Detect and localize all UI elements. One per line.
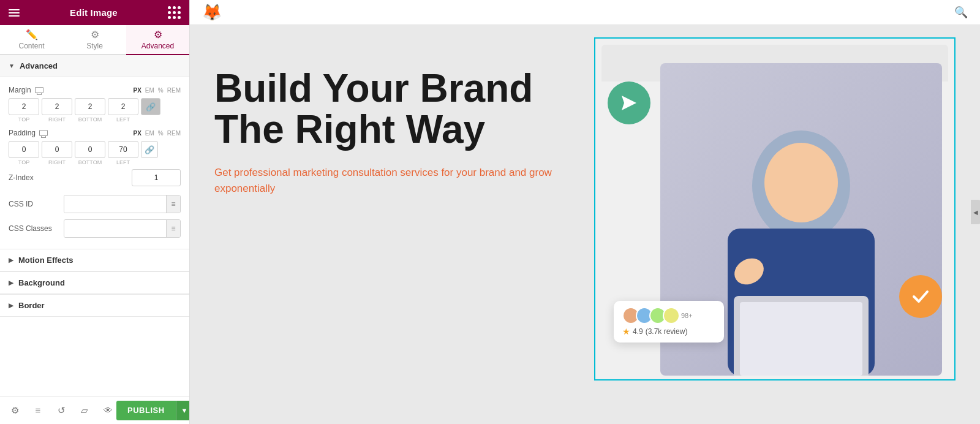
advanced-tab-icon: ⚙ — [154, 30, 162, 40]
padding-right-input[interactable] — [42, 141, 72, 158]
padding-link-button[interactable]: 🔗 — [141, 141, 158, 158]
margin-bottom-input[interactable] — [75, 98, 105, 115]
tab-bar: ✏️ Content ⚙ Style ⚙ Advanced — [0, 25, 189, 55]
padding-left-box: LEFT — [108, 141, 138, 165]
margin-bottom-label: BOTTOM — [78, 116, 102, 123]
tab-advanced-label: Advanced — [141, 42, 174, 50]
margin-link-button[interactable]: 🔗 — [141, 98, 160, 115]
motion-effects-header[interactable]: ▶ Motion Effects — [0, 249, 189, 271]
margin-unit-pct[interactable]: % — [158, 87, 164, 94]
review-count: 98+ — [681, 307, 693, 324]
hamburger-menu-icon[interactable] — [9, 9, 20, 17]
margin-left-box: LEFT — [108, 98, 138, 123]
margin-left-input[interactable] — [108, 98, 138, 115]
padding-label: Padding — [9, 129, 48, 137]
margin-top-label: TOP — [18, 116, 29, 123]
padding-unit-em[interactable]: EM — [145, 130, 154, 137]
check-icon — [910, 286, 932, 308]
margin-monitor-icon — [35, 87, 43, 93]
margin-bottom-box: BOTTOM — [75, 98, 105, 123]
advanced-section-header[interactable]: ▼ Advanced — [0, 55, 189, 77]
margin-label: Margin — [9, 86, 43, 94]
panel-body: ▼ Advanced Margin PX EM % REM — [0, 55, 189, 396]
padding-right-label: RIGHT — [48, 159, 66, 165]
border-section: ▶ Border — [0, 294, 189, 317]
border-header[interactable]: ▶ Border — [0, 295, 189, 317]
padding-bottom-box: BOTTOM — [75, 141, 105, 165]
settings-icon[interactable]: ⚙ — [6, 402, 23, 419]
review-avatars: 98+ — [622, 307, 715, 324]
tab-content[interactable]: ✏️ Content — [0, 25, 63, 55]
padding-unit-selector: PX EM % REM — [134, 130, 181, 137]
z-index-input[interactable] — [132, 169, 181, 186]
margin-right-input[interactable] — [42, 98, 72, 115]
padding-inputs: TOP RIGHT BOTTOM LEFT 🔗 — [9, 141, 181, 165]
padding-unit-pct[interactable]: % — [158, 130, 164, 137]
padding-left-input[interactable] — [108, 141, 138, 158]
margin-unit-rem[interactable]: REM — [167, 87, 181, 94]
padding-bottom-label: BOTTOM — [78, 159, 102, 165]
hero-title: Build Your Brand The Right Way — [214, 68, 570, 150]
advanced-section-content: Margin PX EM % REM TOP RIGHT — [0, 77, 189, 249]
panel-bottombar: ⚙ ≡ ↺ ▱ 👁 PUBLISH ▼ — [0, 396, 189, 424]
padding-left-label: LEFT — [116, 159, 130, 165]
background-header[interactable]: ▶ Background — [0, 272, 189, 294]
z-index-label: Z-Index — [9, 173, 132, 182]
image-container[interactable]: 98+ ★ 4.9 (3.7k review) — [594, 37, 956, 380]
motion-effects-title: Motion Effects — [18, 256, 74, 265]
margin-top-input[interactable] — [9, 98, 39, 115]
css-classes-list-icon[interactable]: ≡ — [166, 220, 180, 237]
margin-top-box: TOP — [9, 98, 39, 123]
review-rating: ★ 4.9 (3.7k review) — [622, 327, 715, 336]
canvas-content: Build Your Brand The Right Way Get profe… — [190, 25, 980, 424]
green-arrow-circle — [608, 81, 650, 124]
background-section: ▶ Background — [0, 271, 189, 294]
css-id-list-icon[interactable]: ≡ — [166, 195, 180, 213]
padding-right-box: RIGHT — [42, 141, 72, 165]
history-icon[interactable]: ↺ — [53, 402, 70, 419]
advanced-arrow-icon: ▼ — [9, 62, 15, 69]
svg-rect-5 — [740, 302, 862, 376]
publish-dropdown-button[interactable]: ▼ — [176, 401, 190, 420]
margin-right-label: RIGHT — [48, 116, 66, 123]
layers-icon[interactable]: ≡ — [29, 402, 47, 419]
panel-topbar: Edit Image — [0, 0, 189, 25]
margin-unit-selector: PX EM % REM — [134, 87, 181, 94]
logo-bird-icon: 🦊 — [202, 3, 222, 22]
z-index-row: Z-Index — [9, 169, 181, 186]
tab-style[interactable]: ⚙ Style — [63, 25, 126, 55]
content-tab-icon: ✏️ — [26, 30, 38, 40]
padding-unit-px[interactable]: PX — [134, 130, 141, 137]
css-id-label: CSS ID — [9, 200, 64, 208]
css-id-input[interactable] — [64, 195, 166, 213]
margin-left-label: LEFT — [116, 116, 130, 123]
eye-icon[interactable]: 👁 — [99, 402, 116, 419]
search-icon[interactable]: 🔍 — [954, 6, 968, 19]
tab-advanced[interactable]: ⚙ Advanced — [126, 25, 189, 55]
style-tab-icon: ⚙ — [91, 30, 99, 40]
orange-check-circle — [899, 275, 942, 318]
margin-unit-em[interactable]: EM — [145, 87, 154, 94]
css-classes-row: CSS Classes ≡ — [9, 219, 181, 238]
css-id-row: CSS ID ≡ — [9, 195, 181, 213]
padding-top-label: TOP — [18, 159, 29, 165]
padding-bottom-input[interactable] — [75, 141, 105, 158]
padding-top-input[interactable] — [9, 141, 39, 158]
publish-button[interactable]: PUBLISH — [116, 401, 176, 420]
margin-right-box: RIGHT — [42, 98, 72, 123]
margin-unit-px[interactable]: PX — [134, 87, 141, 94]
left-panel: Edit Image ✏️ Content ⚙ Style ⚙ Advanced… — [0, 0, 190, 424]
css-classes-label: CSS Classes — [9, 224, 64, 233]
css-classes-input[interactable] — [64, 220, 166, 237]
padding-top-box: TOP — [9, 141, 39, 165]
padding-unit-rem[interactable]: REM — [167, 130, 181, 137]
panel-title: Edit Image — [70, 7, 118, 18]
bottom-icons: ⚙ ≡ ↺ ▱ 👁 — [6, 402, 116, 419]
background-title: Background — [18, 278, 65, 287]
publish-group: PUBLISH ▼ — [116, 401, 190, 420]
review-count-label: (3.7k review) — [646, 327, 688, 336]
grid-menu-icon[interactable] — [168, 6, 181, 19]
responsive-icon[interactable]: ▱ — [76, 402, 93, 419]
border-arrow-icon: ▶ — [9, 302, 13, 309]
padding-label-row: Padding PX EM % REM — [9, 129, 181, 137]
